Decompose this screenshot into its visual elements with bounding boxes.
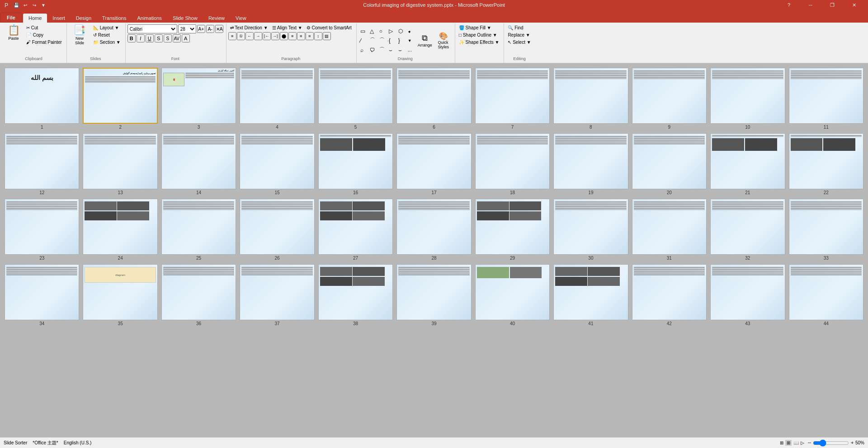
cut-button[interactable]: ✂ Cut [24,24,64,31]
strikethrough-btn[interactable]: S [155,34,163,42]
align-text-button[interactable]: ☰ Align Text ▼ [270,24,304,31]
slide-thumb-18[interactable]: 18 [475,133,550,195]
slide-thumb-30[interactable]: 30 [553,199,628,261]
font-size-select[interactable]: 28 [178,24,196,33]
reading-view-btn[interactable]: 📖 [793,440,799,445]
shape-7[interactable]: ∕ [359,36,368,45]
shape-1[interactable]: ▭ [359,27,368,36]
shape-2[interactable]: △ [368,27,377,36]
slide-sorter[interactable]: بسم الله1تصویر برداری رکیم ارسیستم گوارش… [0,63,868,437]
reset-button[interactable]: ↺ Reset [91,32,123,38]
new-slide-button[interactable]: 📑 NewSlide [69,24,90,46]
decrease-font-btn[interactable]: A- [206,25,214,33]
slide-thumb-3[interactable]: آناتومی دستگاه گوارش 🫀 3 [161,68,236,130]
slide-thumb-17[interactable]: 17 [396,133,471,195]
slide-thumb-22[interactable]: 22 [789,133,863,195]
shape-effects-button[interactable]: ✨ Shape Effects ▼ [457,39,501,46]
shape-15[interactable]: ⌣ [387,46,396,55]
shape-3[interactable]: ○ [377,27,387,36]
tab-transitions[interactable]: Transitions [97,14,132,23]
slideshow-btn[interactable]: ▷ [801,440,804,445]
shape-more[interactable]: ▼ [406,36,415,45]
minimize-btn[interactable]: ─ [800,0,821,10]
tab-insert[interactable]: Insert [47,14,71,23]
find-button[interactable]: 🔍 Find [506,24,533,31]
zoom-in-btn[interactable]: + [851,440,854,445]
slide-thumb-27[interactable]: 27 [318,199,393,261]
shape-13[interactable]: 🗩 [368,46,377,55]
columns-btn[interactable]: ▤ [323,32,331,40]
slide-thumb-41[interactable]: 41 [553,264,628,326]
tab-design[interactable]: Design [71,14,97,23]
slide-thumb-4[interactable]: 4 [240,68,314,130]
slide-thumb-40[interactable]: 40 [475,264,550,326]
slide-thumb-37[interactable]: 37 [240,264,314,326]
help-btn[interactable]: ? [778,0,799,10]
slide-thumb-24[interactable]: 24 [83,199,157,261]
tab-home[interactable]: Home [23,14,47,23]
shape-12[interactable]: ⌕ [359,46,368,55]
underline-btn[interactable]: U [146,34,154,42]
font-color-btn[interactable]: A [182,34,190,42]
select-button[interactable]: ↖ Select ▼ [506,39,533,46]
tab-view[interactable]: View [230,14,252,23]
shape-6[interactable]: ⬥ [406,27,415,36]
slide-thumb-23[interactable]: 23 [5,199,79,261]
shape-4[interactable]: ▷ [387,27,396,36]
slide-thumb-44[interactable]: 44 [789,264,863,326]
slide-thumb-21[interactable]: 21 [710,133,785,195]
center-btn[interactable]: ≡ [288,32,297,40]
shape-5[interactable]: ⬡ [396,27,406,36]
slide-thumb-7[interactable]: 7 [475,68,550,130]
slide-thumb-1[interactable]: بسم الله1 [5,68,79,130]
replace-button[interactable]: Replace ▼ [506,32,533,38]
slide-thumb-19[interactable]: 19 [553,133,628,195]
slide-thumb-32[interactable]: 32 [710,199,785,261]
convert-smartart-button[interactable]: ⚙ Convert to SmartArt [305,24,354,31]
redo-quick-btn[interactable]: ↪ [31,1,38,9]
slide-thumb-16[interactable]: 16 [318,133,393,195]
slide-thumb-38[interactable]: 38 [318,264,393,326]
zoom-level[interactable]: 50% [855,440,864,445]
shape-10[interactable]: { [387,36,396,45]
tab-review[interactable]: Review [203,14,230,23]
clear-format-btn[interactable]: ✕A [215,25,223,33]
font-family-select[interactable]: Calibri [127,24,177,33]
quick-styles-button[interactable]: 🎨 QuickStyles [435,31,452,50]
zoom-out-btn[interactable]: ─ [808,440,811,445]
shape-8[interactable]: ⌒ [368,36,377,45]
text-direction-button[interactable]: ⇄ Text Direction ▼ [228,24,270,31]
col-after-btn[interactable]: →| [271,32,279,40]
bold-btn[interactable]: B [127,34,136,42]
slide-thumb-31[interactable]: 31 [632,199,707,261]
close-btn[interactable]: ✕ [844,0,864,10]
section-button[interactable]: 📁 Section ▼ [91,39,123,46]
italic-btn[interactable]: I [137,34,145,42]
slide-thumb-10[interactable]: 10 [710,68,785,130]
slide-thumb-12[interactable]: 12 [5,133,79,195]
tab-animations[interactable]: Animations [132,14,167,23]
copy-button[interactable]: 📄 Copy [24,32,64,38]
arrange-button[interactable]: ⧉ Arrange [416,33,434,48]
slide-thumb-28[interactable]: 28 [396,199,471,261]
slide-thumb-25[interactable]: 25 [161,199,236,261]
slide-thumb-2[interactable]: تصویر برداری رکیم ارسیستم گوارش 2 [83,68,157,130]
slide-thumb-36[interactable]: 36 [161,264,236,326]
decrease-indent-btn[interactable]: ← [245,32,254,40]
slide-thumb-9[interactable]: 9 [632,68,707,130]
slide-sorter-view-btn[interactable]: ⊞ [785,440,792,446]
slide-thumb-5[interactable]: 5 [318,68,393,130]
shape-outline-button[interactable]: □ Shape Outline ▼ [457,32,501,38]
align-right-btn[interactable]: ≡ [297,32,305,40]
slide-thumb-35[interactable]: diagram35 [83,264,157,326]
slide-thumb-39[interactable]: 39 [396,264,471,326]
normal-view-btn[interactable]: ⊞ [780,440,783,445]
slide-thumb-11[interactable]: 11 [789,68,863,130]
col-before-btn[interactable]: |← [263,32,271,40]
slide-thumb-8[interactable]: 8 [553,68,628,130]
spacing-btn[interactable]: AV [173,34,181,42]
shape-14[interactable]: ⌒ [377,46,387,55]
slide-thumb-43[interactable]: 43 [710,264,785,326]
slide-thumb-15[interactable]: 15 [240,133,314,195]
tab-file[interactable]: File [0,13,22,23]
